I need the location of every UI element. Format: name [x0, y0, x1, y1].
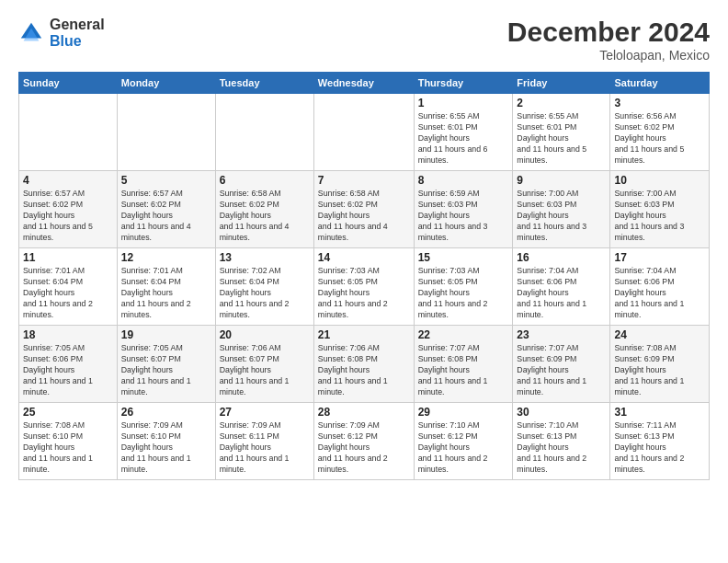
calendar-cell: 10Sunrise: 7:00 AMSunset: 6:03 PMDayligh… — [610, 171, 710, 248]
day-number: 24 — [614, 328, 705, 341]
calendar-cell: 15Sunrise: 7:03 AMSunset: 6:05 PMDayligh… — [414, 248, 513, 326]
day-info: Sunrise: 7:08 AMSunset: 6:10 PMDaylight … — [23, 420, 113, 475]
day-info: Sunrise: 7:03 AMSunset: 6:05 PMDaylight … — [418, 266, 509, 320]
calendar-cell: 20Sunrise: 7:06 AMSunset: 6:07 PMDayligh… — [215, 326, 313, 403]
day-info: Sunrise: 7:06 AMSunset: 6:07 PMDaylight … — [220, 343, 310, 397]
title-location: Teloloapan, Mexico — [507, 48, 710, 63]
day-info: Sunrise: 7:06 AMSunset: 6:08 PMDaylight … — [318, 343, 410, 397]
day-number: 19 — [121, 328, 211, 341]
calendar-header-row: Sunday Monday Tuesday Wednesday Thursday… — [19, 73, 710, 94]
calendar-cell: 24Sunrise: 7:08 AMSunset: 6:09 PMDayligh… — [610, 326, 710, 403]
calendar-cell: 23Sunrise: 7:07 AMSunset: 6:09 PMDayligh… — [513, 326, 610, 403]
day-info: Sunrise: 7:04 AMSunset: 6:06 PMDaylight … — [517, 266, 606, 320]
calendar-cell: 16Sunrise: 7:04 AMSunset: 6:06 PMDayligh… — [513, 248, 610, 326]
day-info: Sunrise: 7:11 AMSunset: 6:13 PMDaylight … — [614, 420, 705, 475]
day-info: Sunrise: 7:09 AMSunset: 6:12 PMDaylight … — [318, 420, 410, 475]
calendar-cell: 11Sunrise: 7:01 AMSunset: 6:04 PMDayligh… — [19, 248, 118, 326]
calendar-cell: 21Sunrise: 7:06 AMSunset: 6:08 PMDayligh… — [313, 326, 414, 403]
day-number: 30 — [517, 406, 606, 419]
day-info: Sunrise: 7:10 AMSunset: 6:13 PMDaylight … — [517, 420, 606, 475]
col-saturday: Saturday — [610, 73, 710, 94]
day-info: Sunrise: 7:09 AMSunset: 6:10 PMDaylight … — [121, 420, 211, 475]
calendar-cell: 9Sunrise: 7:00 AMSunset: 6:03 PMDaylight… — [513, 171, 610, 248]
day-info: Sunrise: 7:01 AMSunset: 6:04 PMDaylight … — [23, 266, 113, 320]
calendar-cell: 1Sunrise: 6:55 AMSunset: 6:01 PMDaylight… — [414, 94, 513, 171]
logo-text: General Blue — [50, 17, 105, 49]
day-number: 13 — [220, 251, 310, 264]
calendar-table: Sunday Monday Tuesday Wednesday Thursday… — [18, 72, 710, 480]
day-number: 31 — [614, 406, 705, 419]
day-number: 9 — [517, 174, 606, 187]
calendar-week-row: 25Sunrise: 7:08 AMSunset: 6:10 PMDayligh… — [19, 403, 710, 480]
calendar-cell: 18Sunrise: 7:05 AMSunset: 6:06 PMDayligh… — [19, 326, 118, 403]
col-monday: Monday — [117, 73, 215, 94]
day-info: Sunrise: 6:57 AMSunset: 6:02 PMDaylight … — [23, 189, 113, 243]
calendar-week-row: 18Sunrise: 7:05 AMSunset: 6:06 PMDayligh… — [19, 326, 710, 403]
calendar-cell: 31Sunrise: 7:11 AMSunset: 6:13 PMDayligh… — [610, 403, 710, 480]
col-sunday: Sunday — [19, 73, 118, 94]
day-info: Sunrise: 6:58 AMSunset: 6:02 PMDaylight … — [220, 189, 310, 243]
page: General Blue December 2024 Teloloapan, M… — [0, 0, 728, 563]
header: General Blue December 2024 Teloloapan, M… — [18, 17, 710, 63]
day-number: 25 — [23, 406, 113, 419]
calendar-cell: 22Sunrise: 7:07 AMSunset: 6:08 PMDayligh… — [414, 326, 513, 403]
day-number: 18 — [23, 328, 113, 341]
day-number: 7 — [318, 174, 410, 187]
day-info: Sunrise: 7:00 AMSunset: 6:03 PMDaylight … — [517, 189, 606, 243]
calendar-cell: 29Sunrise: 7:10 AMSunset: 6:12 PMDayligh… — [414, 403, 513, 480]
calendar-week-row: 11Sunrise: 7:01 AMSunset: 6:04 PMDayligh… — [19, 248, 710, 326]
calendar-week-row: 1Sunrise: 6:55 AMSunset: 6:01 PMDaylight… — [19, 94, 710, 171]
day-number: 10 — [614, 174, 705, 187]
calendar-cell: 13Sunrise: 7:02 AMSunset: 6:04 PMDayligh… — [215, 248, 313, 326]
day-info: Sunrise: 7:02 AMSunset: 6:04 PMDaylight … — [220, 266, 310, 320]
calendar-cell: 25Sunrise: 7:08 AMSunset: 6:10 PMDayligh… — [19, 403, 118, 480]
day-info: Sunrise: 7:00 AMSunset: 6:03 PMDaylight … — [614, 189, 705, 243]
day-number: 26 — [121, 406, 211, 419]
day-number: 17 — [614, 251, 705, 264]
day-info: Sunrise: 6:59 AMSunset: 6:03 PMDaylight … — [418, 189, 509, 243]
day-info: Sunrise: 7:09 AMSunset: 6:11 PMDaylight … — [220, 420, 310, 475]
day-number: 4 — [23, 174, 113, 187]
day-info: Sunrise: 7:03 AMSunset: 6:05 PMDaylight … — [318, 266, 410, 320]
day-info: Sunrise: 6:56 AMSunset: 6:02 PMDaylight … — [614, 111, 705, 166]
day-number: 6 — [220, 174, 310, 187]
day-number: 11 — [23, 251, 113, 264]
day-number: 14 — [318, 251, 410, 264]
title-block: December 2024 Teloloapan, Mexico — [507, 17, 710, 63]
calendar-cell: 19Sunrise: 7:05 AMSunset: 6:07 PMDayligh… — [117, 326, 215, 403]
day-info: Sunrise: 7:08 AMSunset: 6:09 PMDaylight … — [614, 343, 705, 397]
day-info: Sunrise: 7:01 AMSunset: 6:04 PMDaylight … — [121, 266, 211, 320]
calendar-cell — [313, 94, 414, 171]
logo-blue-text: Blue — [50, 33, 105, 50]
calendar-cell — [117, 94, 215, 171]
col-tuesday: Tuesday — [215, 73, 313, 94]
calendar-cell: 28Sunrise: 7:09 AMSunset: 6:12 PMDayligh… — [313, 403, 414, 480]
title-month: December 2024 — [507, 17, 710, 48]
day-info: Sunrise: 6:55 AMSunset: 6:01 PMDaylight … — [517, 111, 606, 166]
day-number: 21 — [318, 328, 410, 341]
logo: General Blue — [18, 17, 105, 49]
col-wednesday: Wednesday — [313, 73, 414, 94]
day-number: 2 — [517, 97, 606, 109]
calendar-cell — [19, 94, 118, 171]
col-friday: Friday — [513, 73, 610, 94]
day-info: Sunrise: 7:04 AMSunset: 6:06 PMDaylight … — [614, 266, 705, 320]
day-info: Sunrise: 6:55 AMSunset: 6:01 PMDaylight … — [418, 111, 509, 166]
day-info: Sunrise: 6:58 AMSunset: 6:02 PMDaylight … — [318, 189, 410, 243]
day-info: Sunrise: 7:07 AMSunset: 6:08 PMDaylight … — [418, 343, 509, 397]
day-info: Sunrise: 7:07 AMSunset: 6:09 PMDaylight … — [517, 343, 606, 397]
calendar-cell: 12Sunrise: 7:01 AMSunset: 6:04 PMDayligh… — [117, 248, 215, 326]
day-number: 8 — [418, 174, 509, 187]
day-info: Sunrise: 6:57 AMSunset: 6:02 PMDaylight … — [121, 189, 211, 243]
day-number: 3 — [614, 97, 705, 109]
calendar-cell: 27Sunrise: 7:09 AMSunset: 6:11 PMDayligh… — [215, 403, 313, 480]
logo-general-text: General — [50, 17, 105, 33]
calendar-cell: 5Sunrise: 6:57 AMSunset: 6:02 PMDaylight… — [117, 171, 215, 248]
calendar-cell: 17Sunrise: 7:04 AMSunset: 6:06 PMDayligh… — [610, 248, 710, 326]
calendar-cell: 26Sunrise: 7:09 AMSunset: 6:10 PMDayligh… — [117, 403, 215, 480]
day-number: 1 — [418, 97, 509, 109]
day-info: Sunrise: 7:05 AMSunset: 6:07 PMDaylight … — [121, 343, 211, 397]
day-number: 20 — [220, 328, 310, 341]
day-number: 15 — [418, 251, 509, 264]
calendar-cell: 8Sunrise: 6:59 AMSunset: 6:03 PMDaylight… — [414, 171, 513, 248]
